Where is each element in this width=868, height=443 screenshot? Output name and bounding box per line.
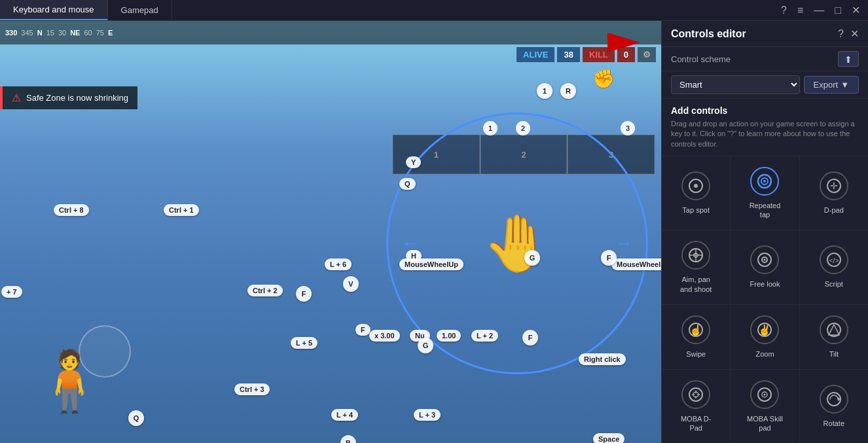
scheme-row: Control scheme ⬆ bbox=[662, 47, 868, 71]
tap-spot-label: Tap spot bbox=[682, 205, 710, 215]
zoom-icon: ✌ bbox=[750, 315, 779, 344]
maximize-icon[interactable]: □ bbox=[835, 5, 841, 16]
control-tilt[interactable]: Tilt bbox=[800, 305, 868, 369]
badge-f-lower[interactable]: F bbox=[355, 324, 371, 336]
svg-point-22 bbox=[689, 388, 702, 401]
minimize-icon[interactable]: — bbox=[814, 5, 824, 16]
badge-ctrl3[interactable]: Ctrl + 3 bbox=[234, 383, 270, 395]
tab-keyboard-mouse[interactable]: Keyboard and mouse bbox=[0, 0, 108, 20]
aim-pan-label: Aim, panand shoot bbox=[680, 275, 712, 294]
panel-header-icons: ? ✕ bbox=[838, 27, 859, 40]
svg-text:✛: ✛ bbox=[830, 181, 838, 191]
badge-ctrl8[interactable]: Ctrl + 8 bbox=[54, 204, 89, 216]
badge-l6[interactable]: L + 6 bbox=[325, 258, 352, 270]
badge-f-right[interactable]: F bbox=[601, 250, 617, 266]
add-controls-title: Add controls bbox=[671, 105, 859, 116]
control-aim-pan[interactable]: Aim, panand shoot bbox=[662, 230, 730, 304]
badge-l4[interactable]: L + 4 bbox=[331, 409, 358, 421]
badge-l5[interactable]: L + 5 bbox=[291, 337, 317, 349]
aim-pan-icon bbox=[681, 241, 710, 270]
export-icon-btn[interactable]: ⬆ bbox=[838, 51, 859, 67]
svg-text:✌: ✌ bbox=[758, 324, 771, 336]
badge-1-top: 1 bbox=[537, 83, 552, 99]
badge-l3[interactable]: L + 3 bbox=[414, 409, 441, 421]
warning-icon: ⚠ bbox=[12, 92, 21, 104]
kill-value: 0 bbox=[617, 47, 635, 62]
export-button[interactable]: Export ▼ bbox=[804, 76, 859, 94]
svg-point-13 bbox=[764, 259, 766, 261]
badge-x3[interactable]: x 3.00 bbox=[369, 330, 400, 342]
main-content: 330 345 N 15 30 NE 60 75 E ALIVE 38 KILL… bbox=[0, 21, 868, 443]
badge-q-bot[interactable]: Q bbox=[128, 410, 144, 426]
control-zoom[interactable]: ✌ Zoom bbox=[731, 305, 799, 369]
control-rotate[interactable]: Rotate bbox=[800, 370, 868, 443]
badge-ctrl1[interactable]: Ctrl + 1 bbox=[164, 204, 199, 216]
badge-ctrl2[interactable]: Ctrl + 2 bbox=[247, 285, 283, 296]
svg-text:☝: ☝ bbox=[689, 324, 702, 336]
badge-v[interactable]: V bbox=[343, 276, 359, 292]
controls-grid: Tap spot Repeatedtap ✛ D-pad bbox=[662, 156, 868, 443]
badge-mousewheel-down[interactable]: MouseWheelDown bbox=[611, 258, 661, 270]
dropdown-arrow-icon: ▼ bbox=[841, 80, 849, 90]
script-icon: </> bbox=[820, 245, 848, 274]
control-script[interactable]: </> Script bbox=[800, 230, 868, 304]
swipe-icon: ☝ bbox=[681, 315, 710, 344]
panel-close-icon[interactable]: ✕ bbox=[850, 27, 859, 40]
repeated-tap-icon bbox=[750, 167, 779, 196]
help-icon[interactable]: ? bbox=[781, 5, 787, 16]
badge-y[interactable]: Y bbox=[406, 156, 421, 168]
svg-point-1 bbox=[694, 184, 698, 188]
badge-plus7[interactable]: + 7 bbox=[1, 286, 22, 298]
free-look-icon bbox=[750, 245, 779, 274]
badge-g[interactable]: G bbox=[524, 250, 540, 266]
badge-space[interactable]: Space bbox=[593, 433, 624, 443]
rotate-label: Rotate bbox=[823, 419, 844, 428]
tap-spot-icon bbox=[681, 171, 710, 200]
add-controls-desc: Drag and drop an action on your game scr… bbox=[671, 119, 859, 149]
swipe-label: Swipe bbox=[686, 349, 706, 359]
gear-icon[interactable]: ⚙ bbox=[638, 47, 656, 62]
hud-top: ALIVE 38 KILL 0 ⚙ bbox=[511, 44, 661, 65]
svg-point-4 bbox=[763, 180, 766, 183]
scheme-export-area: ⬆ bbox=[838, 51, 859, 67]
control-free-look[interactable]: Free look bbox=[731, 230, 799, 304]
control-dpad[interactable]: ✛ D-pad bbox=[800, 156, 868, 230]
safe-zone-warning: ⚠ Safe Zone is now shrinking bbox=[0, 86, 137, 109]
badge-g2[interactable]: G bbox=[418, 338, 433, 353]
badge-100[interactable]: 1.00 bbox=[437, 330, 461, 342]
panel-header: Controls editor ? ✕ bbox=[662, 21, 868, 47]
control-repeated-tap[interactable]: Repeatedtap bbox=[731, 156, 799, 230]
control-moba-skill[interactable]: MOBA Skillpad bbox=[731, 370, 799, 443]
scheme-label: Control scheme bbox=[671, 54, 731, 64]
menu-icon[interactable]: ≡ bbox=[797, 5, 803, 16]
safe-zone-text: Safe Zone is now shrinking bbox=[26, 93, 128, 103]
tab-icons: ? ≡ — □ ✕ bbox=[781, 4, 868, 16]
badge-rightclick[interactable]: Right click bbox=[579, 353, 626, 365]
repeated-tap-label: Repeatedtap bbox=[750, 201, 781, 220]
free-look-label: Free look bbox=[750, 279, 780, 289]
control-swipe[interactable]: ☝ Swipe bbox=[662, 305, 730, 369]
moba-dpad-icon bbox=[681, 380, 710, 409]
smart-row: Smart Export ▼ bbox=[662, 71, 868, 99]
dpad-icon: ✛ bbox=[820, 171, 848, 200]
control-tap-spot[interactable]: Tap spot bbox=[662, 156, 730, 230]
badge-l2[interactable]: L + 2 bbox=[471, 330, 498, 342]
smart-select[interactable]: Smart bbox=[671, 75, 800, 94]
badge-q-top[interactable]: Q bbox=[399, 178, 416, 190]
panel-help-icon[interactable]: ? bbox=[838, 28, 844, 40]
character-silhouette: 🧍 bbox=[33, 351, 106, 410]
controls-panel: Controls editor ? ✕ Control scheme ⬆ Sma… bbox=[661, 21, 868, 443]
badge-f3[interactable]: F bbox=[522, 330, 538, 346]
close-icon[interactable]: ✕ bbox=[852, 4, 860, 16]
script-label: Script bbox=[825, 279, 843, 289]
moba-skill-label: MOBA Skillpad bbox=[747, 414, 783, 433]
tilt-icon bbox=[820, 315, 848, 344]
tab-gamepad[interactable]: Gamepad bbox=[108, 0, 172, 20]
panel-title: Controls editor bbox=[671, 28, 746, 40]
control-moba-dpad[interactable]: MOBA D-Pad bbox=[662, 370, 730, 443]
badge-mousewheel-up[interactable]: MouseWheelUp bbox=[399, 258, 463, 270]
badge-b[interactable]: B bbox=[340, 435, 356, 443]
badge-f-mid[interactable]: F bbox=[296, 286, 312, 302]
fist-icon: ✊ bbox=[592, 68, 615, 90]
moba-dpad-label: MOBA D-Pad bbox=[681, 414, 711, 433]
